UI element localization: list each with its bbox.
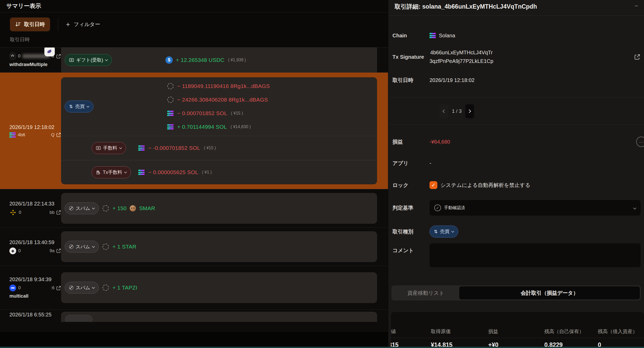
trade-amounts-section: ⇅売買− 1189049.11190416 8Rg1k...dBAGS− 242… xyxy=(61,77,377,136)
chain-field: ChainSolana xyxy=(388,28,644,43)
basis-select[interactable]: ✓手動確認済 xyxy=(430,200,641,216)
amount-group: + 150SMAR xyxy=(102,202,155,215)
transaction-row[interactable]: 2026/1/19 12:18:024b6Q⇅売買− 1189049.11190… xyxy=(0,73,388,189)
tab-asset-moves[interactable]: 資産移動リスト xyxy=(392,286,459,299)
field-label: 判定基準 xyxy=(392,204,413,211)
external-link-icon[interactable] xyxy=(56,286,61,291)
transaction-row[interactable]: 2026/1/18 13:40:59◆09aスパム+ 1 STAR xyxy=(0,228,388,266)
address-link[interactable]: :6 xyxy=(51,285,61,291)
link-label: Q xyxy=(51,132,55,138)
category-badge-Tx手数料[interactable]: Tx手数料 xyxy=(92,166,131,178)
category-badge-売買[interactable]: ⇅売買 xyxy=(430,226,458,238)
summary-header: サマリー表示 xyxy=(0,0,388,12)
transaction-row[interactable]: 2026/1/18 6:55:25 xyxy=(0,310,388,322)
page-title: サマリー表示 xyxy=(6,2,41,10)
amount-group: − 1189049.11190416 8Rg1k...dBAGS− 24266.… xyxy=(167,79,270,134)
sort-field-label[interactable]: 取引日時 xyxy=(0,36,388,47)
badge-label: スパム xyxy=(76,205,90,211)
category-badge-スパム[interactable]: スパム xyxy=(65,282,99,294)
coin-icon-slot xyxy=(167,111,174,116)
link-label: bb xyxy=(50,210,55,215)
solana-chain-icon xyxy=(9,132,16,138)
address-link[interactable]: bb xyxy=(50,210,61,215)
external-link-icon[interactable] xyxy=(56,54,61,59)
amount-line: + 150SMAR xyxy=(102,202,155,215)
transaction-row[interactable]: 2026/1/18 9:34:390:6multicallスパム+ 1 TAPZ… xyxy=(0,266,388,310)
amount-group: − 0.000005625 SOL( ¥1 ) xyxy=(138,166,212,179)
transaction-date: 2026/1/18 13:40:59 xyxy=(9,239,61,245)
swap-icon: ⇅ xyxy=(434,229,438,234)
transaction-row[interactable]: 2026/1/18 22:14:330bbスパム+ 150SMAR xyxy=(0,189,388,228)
category-badge-スパム[interactable]: スパム xyxy=(65,241,99,253)
app-value: - xyxy=(430,160,431,166)
coin-icon-slot xyxy=(167,124,174,129)
ethereum-chain-icon: ◆ xyxy=(9,247,16,254)
transaction-card: スパム+ 150SMAR xyxy=(61,193,377,224)
tab-accounting[interactable]: 会計取引（損益データ） xyxy=(459,286,640,299)
title-trail-dash: – xyxy=(635,3,638,9)
amount-group: + 1 STAR xyxy=(102,240,136,253)
more-options-icon[interactable]: ··· xyxy=(636,137,644,147)
coin-icon-slot xyxy=(102,285,109,291)
check-circle-icon: ✓ xyxy=(434,204,441,211)
app-window: サマリー表示 取引日時 + フィルター 取引日時 xyxy=(0,0,644,348)
transaction-list-pane: サマリー表示 取引日時 + フィルター 取引日時 xyxy=(0,0,388,348)
plus-icon: + xyxy=(66,21,70,28)
field-label: 取引種別 xyxy=(392,228,413,235)
transaction-row[interactable]: 0awithdrawMultipleギフト(受取)$+ 12.265348 US… xyxy=(0,48,388,73)
address-link[interactable]: 9a xyxy=(50,248,61,253)
coin-icon-slot xyxy=(138,145,145,151)
unknown-token-icon xyxy=(167,97,174,103)
basis-selected-value: 手動確認済 xyxy=(444,205,465,211)
prev-page-button[interactable] xyxy=(439,104,448,118)
field-label: Chain xyxy=(392,33,407,39)
app-icon[interactable] xyxy=(44,48,55,56)
lock-description: システムによる自動再解析を禁止する xyxy=(440,182,530,189)
selected-transaction-card: ⇅売買− 1189049.11190416 8Rg1k...dBAGS− 242… xyxy=(61,77,377,184)
external-link-icon[interactable] xyxy=(634,54,640,60)
transaction-date-value: 2026/1/19 12:18:02 xyxy=(430,77,474,83)
transaction-detail-panel: 取引詳細: solana_4b66unLxEyMTHcLJ4VqTnCpdh –… xyxy=(388,0,644,348)
chain-icon xyxy=(9,285,16,291)
category-badge-手数料[interactable]: 手数料 xyxy=(92,142,126,154)
filter-button-label: フィルター xyxy=(74,21,100,28)
unknown-token-icon xyxy=(103,244,109,250)
protocol-icon xyxy=(9,52,16,60)
amount-line: − -0.000701852 SOL( ¥15 ) xyxy=(138,141,216,155)
detail-title: 取引詳細: solana_4b66unLxEyMTHcLJ4VqTnCpdh xyxy=(395,3,537,11)
coin-icon-slot xyxy=(102,205,109,211)
category-badge-ギフト(受取)[interactable]: ギフト(受取) xyxy=(65,54,112,66)
meta-line: 0bb xyxy=(9,209,61,216)
sort-descending-icon xyxy=(15,21,21,27)
category-badge-スパム[interactable]: スパム xyxy=(65,202,99,214)
list-footer xyxy=(0,332,388,348)
coin-icon-slot xyxy=(102,244,109,250)
transaction-card: ギフト(受取)$+ 12.265348 USDC( ¥1,939 ) xyxy=(61,48,377,75)
sort-by-date-button[interactable]: 取引日時 xyxy=(10,17,50,31)
amount-line: − 0.000701852 SOL( ¥15 ) xyxy=(167,107,270,120)
function-name: withdrawMultiple xyxy=(9,62,61,67)
transaction-date: 2026/1/18 6:55:25 xyxy=(9,312,61,318)
comment-textarea[interactable] xyxy=(430,243,641,267)
tx-link[interactable]: Q xyxy=(51,132,61,138)
amount-value: + 0.701144994 SOL xyxy=(177,124,227,130)
next-page-button[interactable] xyxy=(465,104,474,118)
amount-line: − 0.000005625 SOL( ¥1 ) xyxy=(138,166,212,179)
lock-checkbox[interactable]: ✓ xyxy=(430,181,437,189)
dog-emoji-icon xyxy=(130,205,136,211)
external-link-icon[interactable] xyxy=(56,132,61,137)
solana-chain-icon xyxy=(167,124,174,129)
external-link-icon[interactable] xyxy=(56,248,61,253)
badge-label: 手数料 xyxy=(103,145,117,151)
chain-value: Solana xyxy=(430,33,455,39)
jpy-equivalent: ( ¥15 ) xyxy=(231,111,243,116)
add-filter-button[interactable]: + フィルター xyxy=(66,21,100,28)
transaction-meta: 2026/1/18 13:40:59◆09a xyxy=(9,239,61,254)
solana-chain-icon xyxy=(138,145,145,151)
badge-label: ギフト(受取) xyxy=(76,57,103,63)
meta-line: 4b6Q xyxy=(9,132,61,138)
meta-line: ◆09a xyxy=(9,247,61,254)
category-badge-売買[interactable]: ⇅売買 xyxy=(65,101,93,113)
external-link-icon[interactable] xyxy=(56,210,61,215)
pnl-value: -¥64,680 xyxy=(430,139,450,145)
